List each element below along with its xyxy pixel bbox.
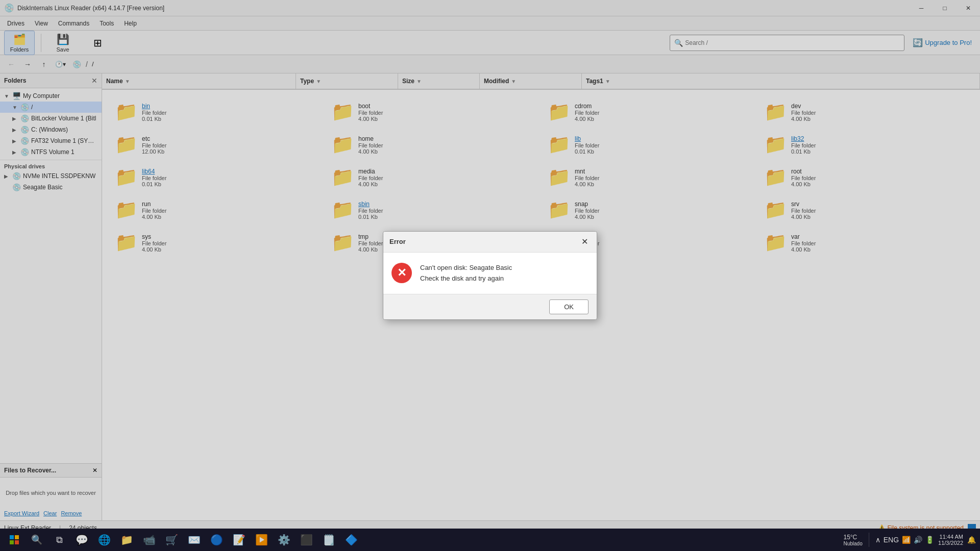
dialog-footer: OK — [383, 294, 597, 319]
dialog-titlebar: Error ✕ — [383, 232, 597, 253]
dialog-title: Error — [389, 238, 406, 245]
dialog-message-line2: Check the disk and try again — [420, 273, 512, 284]
error-icon-circle: ✕ — [391, 263, 412, 283]
dialog-message: Can't open disk: Seagate Basic Check the… — [420, 263, 512, 284]
error-dialog: Error ✕ ✕ Can't open disk: Seagate Basic… — [383, 231, 597, 320]
dialog-close-button[interactable]: ✕ — [578, 236, 591, 248]
error-x-icon: ✕ — [397, 267, 406, 279]
dialog-ok-button[interactable]: OK — [549, 299, 589, 314]
dialog-body: ✕ Can't open disk: Seagate Basic Check t… — [383, 253, 597, 294]
dialog-overlay: Error ✕ ✕ Can't open disk: Seagate Basic… — [0, 0, 980, 551]
dialog-message-line1: Can't open disk: Seagate Basic — [420, 263, 512, 273]
